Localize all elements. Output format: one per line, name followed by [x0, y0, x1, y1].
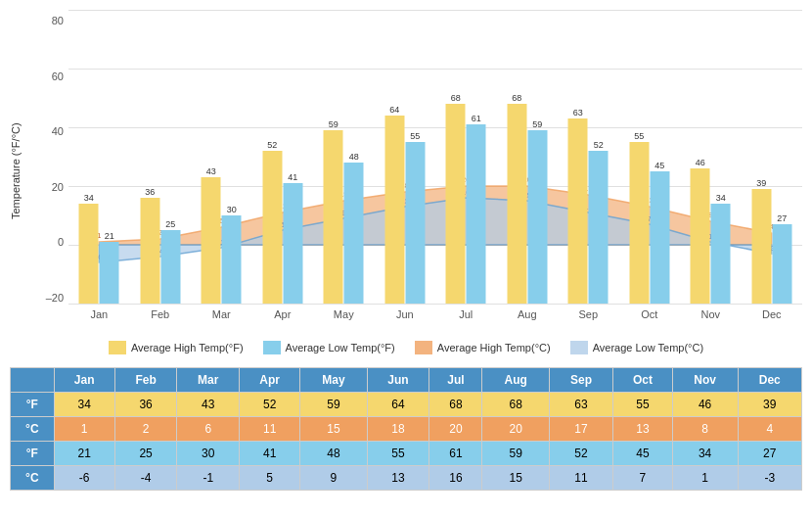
- table-cell-3-7: 15: [482, 466, 549, 491]
- table-cell-2-0: 21: [54, 442, 114, 466]
- table-cell-3-4: 9: [300, 466, 368, 491]
- bar-label-low-f-feb: 25: [165, 219, 175, 229]
- grid-line--20: [68, 304, 802, 305]
- x-label-nov: Nov: [680, 308, 742, 320]
- table-row-0: °F343643525964686863554639: [11, 393, 802, 417]
- legend-label-high-c: Average High Temp(°C): [437, 342, 551, 353]
- legend-low-f: Average Low Temp(°F): [263, 341, 395, 354]
- table-cell-2-5: 55: [367, 442, 429, 466]
- bar-rect-high-f-sep: [568, 118, 588, 304]
- bar-rect-low-f-jun: [405, 142, 425, 304]
- bars-row-oct: 5545: [629, 131, 669, 304]
- y-tick-80: 80: [52, 15, 64, 26]
- bar-rect-high-f-dec: [751, 189, 771, 304]
- bar-label-high-f-jun: 64: [389, 105, 399, 115]
- table-cell-1-1: 2: [114, 417, 177, 442]
- month-group-feb: 3625: [130, 10, 192, 304]
- table-cell-3-6: 16: [429, 466, 482, 491]
- table-cell-1-4: 15: [300, 417, 368, 442]
- table-row-label-2: °F: [11, 442, 55, 466]
- table-cell-2-4: 48: [300, 442, 368, 466]
- legend-label-low-f: Average Low Temp(°F): [286, 342, 395, 353]
- legend-low-c: Average Low Temp(°C): [570, 341, 703, 354]
- bar-high-f-mar: 43: [202, 166, 221, 304]
- table-row-label-1: °C: [11, 417, 55, 442]
- bar-high-f-sep: 63: [568, 108, 588, 304]
- bar-rect-low-f-apr: [283, 183, 302, 304]
- table-header-jun: Jun: [367, 368, 429, 393]
- table-header-dec: Dec: [738, 368, 801, 393]
- table-cell-2-6: 61: [429, 442, 482, 466]
- x-axis: JanFebMarAprMayJunJulAugSepOctNovDec: [68, 304, 802, 333]
- month-group-mar: 4330: [191, 10, 252, 304]
- bars-row-jan: 3421: [79, 193, 119, 304]
- table-cell-1-7: 20: [482, 417, 549, 442]
- y-axis-label: Temperature (°F/°C): [10, 10, 27, 333]
- x-label-apr: Apr: [252, 308, 314, 320]
- month-group-jan: 3421: [68, 10, 130, 304]
- grid-and-bars: 1261115182020171384-6-4-1591316151171-3 …: [68, 10, 802, 304]
- bar-label-low-f-may: 48: [349, 152, 359, 162]
- table-cell-1-3: 11: [240, 417, 300, 442]
- legend-high-f: Average High Temp(°F): [109, 341, 244, 354]
- month-group-may: 5948: [313, 10, 375, 304]
- chart-main: 1261115182020171384-6-4-1591316151171-3 …: [68, 10, 802, 333]
- table-header-may: May: [300, 368, 368, 393]
- table-header-nov: Nov: [672, 368, 738, 393]
- y-tick-minus20: –20: [46, 292, 64, 304]
- table-cell-3-3: 5: [240, 466, 300, 491]
- y-axis: 80 60 40 20 0 –20: [29, 10, 68, 333]
- bar-high-f-aug: 68: [507, 93, 526, 304]
- table-cell-0-8: 63: [549, 393, 612, 417]
- table-cell-3-0: -6: [54, 466, 114, 491]
- bar-high-f-feb: 36: [140, 187, 159, 304]
- table-cell-2-2: 30: [177, 442, 240, 466]
- bars-row-sep: 6352: [568, 108, 609, 304]
- table-row-label-3: °C: [11, 466, 55, 491]
- bar-label-high-f-aug: 68: [512, 93, 521, 103]
- data-table: JanFebMarAprMayJunJulAugSepOctNovDec°F34…: [10, 367, 802, 491]
- x-label-mar: Mar: [191, 308, 252, 320]
- table-cell-0-9: 55: [613, 393, 672, 417]
- bar-rect-low-f-sep: [589, 151, 609, 304]
- y-tick-20: 20: [52, 181, 64, 193]
- table-row-3: °C-6-4-1591316151171-3: [11, 466, 802, 491]
- table-cell-3-10: 1: [672, 466, 738, 491]
- table-cell-3-5: 13: [367, 466, 429, 491]
- table-cell-0-7: 68: [482, 393, 549, 417]
- bar-low-f-jan: 21: [100, 231, 119, 304]
- bars-row-nov: 4634: [691, 158, 731, 304]
- month-group-jul: 6861: [435, 10, 497, 304]
- table-cell-0-2: 43: [177, 393, 240, 417]
- bar-low-f-feb: 25: [160, 219, 180, 304]
- table-cell-2-8: 52: [549, 442, 612, 466]
- bar-high-f-oct: 55: [629, 131, 649, 304]
- bar-rect-high-f-jan: [79, 204, 99, 304]
- table-row-1: °C1261115182020171384: [11, 417, 802, 442]
- month-group-oct: 5545: [619, 10, 681, 304]
- y-tick-60: 60: [52, 71, 64, 82]
- x-label-feb: Feb: [130, 308, 192, 320]
- bar-low-f-oct: 45: [650, 161, 669, 304]
- bars-row-feb: 3625: [140, 187, 180, 304]
- x-label-oct: Oct: [619, 308, 681, 320]
- table-cell-0-6: 68: [429, 393, 482, 417]
- table-cell-1-0: 1: [54, 417, 114, 442]
- bar-high-f-may: 59: [324, 119, 343, 304]
- table-cell-2-10: 34: [672, 442, 738, 466]
- x-label-may: May: [313, 308, 375, 320]
- bar-rect-low-f-jan: [100, 242, 119, 304]
- bar-label-low-f-dec: 27: [777, 213, 787, 223]
- table-cell-1-6: 20: [429, 417, 482, 442]
- bar-rect-high-f-jul: [446, 104, 466, 304]
- bar-label-high-f-mar: 43: [206, 166, 216, 176]
- bar-high-f-jun: 64: [384, 105, 404, 304]
- table-cell-0-5: 64: [367, 393, 429, 417]
- bar-label-low-f-jan: 21: [105, 231, 114, 241]
- x-label-dec: Dec: [742, 308, 803, 320]
- bar-label-high-f-dec: 39: [756, 178, 766, 188]
- legend-label-high-f: Average High Temp(°F): [131, 342, 244, 353]
- table-header-empty: [11, 368, 55, 393]
- table-cell-2-1: 25: [114, 442, 177, 466]
- legend-box-low-f: [263, 341, 281, 354]
